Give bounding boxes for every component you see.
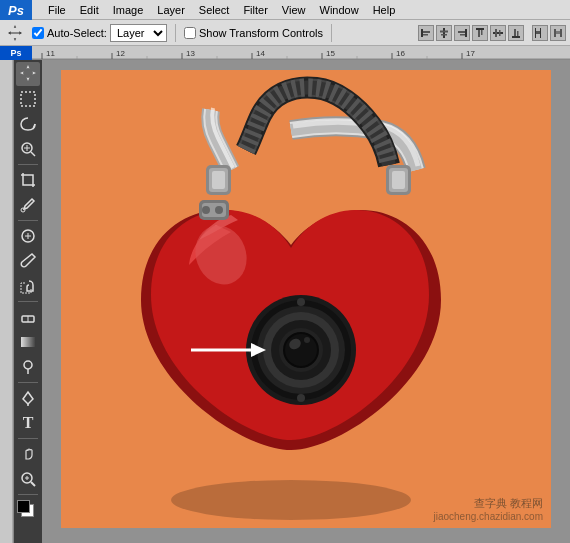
svg-rect-6 <box>440 30 448 32</box>
svg-text:16: 16 <box>396 49 405 58</box>
menu-edit[interactable]: Edit <box>74 2 105 18</box>
canvas-area: 查字典 教程网 jiaocheng.chazidian.com <box>42 60 570 543</box>
svg-line-54 <box>31 152 35 156</box>
svg-rect-7 <box>441 34 447 36</box>
healing-btn[interactable] <box>16 224 40 248</box>
svg-rect-3 <box>423 31 430 33</box>
svg-rect-51 <box>21 92 35 106</box>
separator-1 <box>18 164 38 165</box>
svg-text:13: 13 <box>186 49 195 58</box>
svg-text:15: 15 <box>326 49 335 58</box>
text-btn[interactable]: T <box>16 411 40 435</box>
move-tool-icon <box>4 22 26 44</box>
distribute-left-icon[interactable] <box>532 25 548 41</box>
align-bottom-icon[interactable] <box>508 25 524 41</box>
ruler-left <box>0 60 14 543</box>
align-right-icon[interactable] <box>454 25 470 41</box>
svg-point-71 <box>171 480 411 520</box>
quick-select-btn[interactable] <box>16 137 40 161</box>
toolbar: T <box>14 60 42 543</box>
show-transform-group: Show Transform Controls <box>184 27 323 39</box>
svg-line-68 <box>31 482 35 486</box>
align-icons-group <box>418 25 566 41</box>
canvas-document[interactable]: 查字典 教程网 jiaocheng.chazidian.com <box>61 70 551 528</box>
auto-select-checkbox[interactable] <box>32 27 44 39</box>
clone-btn[interactable] <box>16 274 40 298</box>
svg-rect-4 <box>423 34 428 36</box>
show-transform-checkbox[interactable] <box>184 27 196 39</box>
color-swatches[interactable] <box>17 500 39 522</box>
svg-rect-24 <box>560 29 562 37</box>
ruler-top: 11 12 13 14 15 16 17 <box>32 46 570 60</box>
separator-6 <box>18 494 38 495</box>
svg-rect-75 <box>212 171 225 189</box>
svg-text:11: 11 <box>46 49 55 58</box>
svg-text:17: 17 <box>466 49 475 58</box>
svg-rect-11 <box>476 28 484 30</box>
hand-btn[interactable] <box>16 442 40 466</box>
svg-marker-50 <box>20 65 36 81</box>
menu-filter[interactable]: Filter <box>237 2 273 18</box>
menu-window[interactable]: Window <box>314 2 365 18</box>
move-tool-btn[interactable] <box>16 62 40 86</box>
distribute-center-h-icon[interactable] <box>550 25 566 41</box>
svg-rect-10 <box>460 34 465 36</box>
menu-view[interactable]: View <box>276 2 312 18</box>
eyedropper-btn[interactable] <box>16 193 40 217</box>
align-center-h-icon[interactable] <box>436 25 452 41</box>
eraser-btn[interactable] <box>16 305 40 329</box>
svg-rect-78 <box>392 171 405 189</box>
svg-rect-23 <box>554 29 556 37</box>
svg-marker-1 <box>8 25 22 41</box>
menu-layer[interactable]: Layer <box>151 2 191 18</box>
separator-3 <box>18 301 38 302</box>
show-transform-label: Show Transform Controls <box>199 27 323 39</box>
lasso-tool-btn[interactable] <box>16 112 40 136</box>
text-icon: T <box>23 414 34 432</box>
align-middle-v-icon[interactable] <box>490 25 506 41</box>
svg-text:14: 14 <box>256 49 265 58</box>
svg-rect-13 <box>481 30 483 35</box>
separator-4 <box>18 382 38 383</box>
svg-rect-22 <box>536 31 540 34</box>
align-top-icon[interactable] <box>472 25 488 41</box>
svg-point-64 <box>24 361 32 369</box>
dodge-btn[interactable] <box>16 355 40 379</box>
crop-tool-btn[interactable] <box>16 168 40 192</box>
menu-image[interactable]: Image <box>107 2 150 18</box>
svg-rect-19 <box>517 31 519 36</box>
zoom-btn[interactable] <box>16 467 40 491</box>
svg-rect-8 <box>465 29 467 37</box>
svg-rect-17 <box>512 36 520 38</box>
menu-file[interactable]: File <box>42 2 72 18</box>
menu-help[interactable]: Help <box>367 2 402 18</box>
ps-logo: Ps <box>0 0 32 20</box>
layer-select[interactable]: Layer Group <box>110 24 167 42</box>
svg-rect-14 <box>493 32 503 34</box>
brush-btn[interactable] <box>16 249 40 273</box>
separator-5 <box>18 438 38 439</box>
divider-1 <box>175 24 176 42</box>
ps-corner-text: Ps <box>10 48 21 58</box>
menu-bar: Ps File Edit Image Layer Select Filter V… <box>0 0 570 20</box>
auto-select-label: Auto-Select: <box>47 27 107 39</box>
pen-btn[interactable] <box>16 386 40 410</box>
marquee-tool-btn[interactable] <box>16 87 40 111</box>
svg-rect-15 <box>495 29 497 37</box>
gradient-btn[interactable] <box>16 330 40 354</box>
svg-text:12: 12 <box>116 49 125 58</box>
fg-color-swatch[interactable] <box>17 500 30 513</box>
ruler-corner: Ps <box>0 46 32 60</box>
svg-rect-48 <box>0 60 13 543</box>
svg-rect-63 <box>21 337 35 347</box>
separator-2 <box>18 220 38 221</box>
align-left-icon[interactable] <box>418 25 434 41</box>
heart-illustration <box>61 70 551 528</box>
svg-rect-12 <box>478 30 480 37</box>
svg-point-90 <box>285 334 317 366</box>
menu-select[interactable]: Select <box>193 2 236 18</box>
svg-rect-25 <box>556 31 560 34</box>
svg-point-82 <box>215 206 223 214</box>
svg-rect-2 <box>421 29 423 37</box>
svg-point-92 <box>304 337 310 343</box>
